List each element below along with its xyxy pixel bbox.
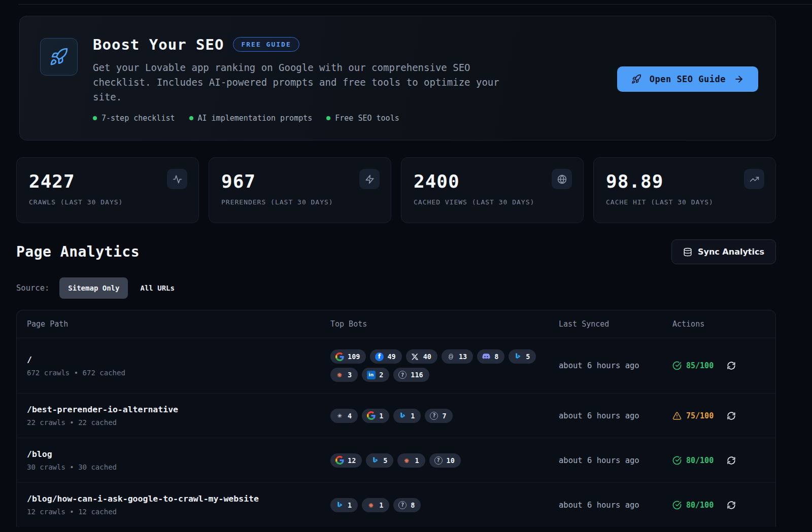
bot-badge: 12 [330, 453, 362, 468]
banner-features: 7-step checklist AI implementation promp… [93, 114, 505, 123]
page-path: /blog/how-can-i-ask-google-to-crawl-my-w… [27, 494, 330, 504]
stat-card-prerenders: 967 PRERENDERS (LAST 30 DAYS) [209, 157, 391, 223]
green-dot-icon [189, 116, 193, 120]
feature-label: Free SEO tools [335, 114, 399, 123]
bing-icon [398, 411, 407, 420]
sync-analytics-button[interactable]: Sync Analytics [671, 239, 776, 264]
seo-guide-banner: Boost Your SEO FREE GUIDE Get your Lovab… [19, 16, 776, 140]
bot-crawl-count: 10 [447, 456, 455, 465]
bing-icon [335, 501, 344, 510]
bot-crawl-count: 1 [379, 501, 383, 509]
spider-bot-icon: ✳ [335, 411, 344, 420]
top-bots: 1✺1?8 [330, 498, 559, 512]
stats-row: 2427 CRAWLS (LAST 30 DAYS) 967 PRERENDER… [16, 157, 776, 223]
stat-value: 2427 [29, 171, 186, 192]
table-body: / 672 crawls • 672 cached 109f49401385✺3… [17, 338, 775, 527]
green-dot-icon [326, 116, 330, 120]
stat-label: CACHE HIT (LAST 30 DAYS) [606, 198, 763, 206]
column-header-actions: Actions [672, 320, 765, 329]
stat-label: CACHED VIEWS (LAST 30 DAYS) [414, 198, 571, 206]
page-path: /blog [27, 449, 330, 459]
bot-badge: 13 [442, 349, 473, 364]
last-synced: about 6 hours ago [559, 501, 672, 510]
stat-label: PRERENDERS (LAST 30 DAYS) [221, 198, 379, 206]
table-row[interactable]: /best-prerender-io-alternative 22 crawls… [17, 393, 775, 438]
score-status-icon [672, 456, 682, 465]
bot-crawl-count: 5 [383, 456, 387, 465]
bot-badge: ?10 [429, 453, 461, 468]
seo-score: 75/100 [672, 411, 714, 420]
score-value: 80/100 [686, 456, 714, 465]
globe-icon [552, 169, 572, 189]
page-crawl-stats: 672 crawls • 672 cached [27, 369, 330, 377]
bot-crawl-count: 1 [411, 412, 415, 420]
score-status-icon [672, 411, 682, 420]
bot-crawl-count: 2 [379, 371, 383, 379]
unknown-bot-icon: ? [434, 456, 443, 465]
table-header: Page Path Top Bots Last Synced Actions [17, 310, 775, 338]
bot-badge: ?116 [393, 368, 429, 382]
top-divider [18, 4, 812, 5]
source-option-all-urls[interactable]: All URLs [138, 277, 176, 299]
page-crawl-stats: 22 crawls • 22 cached [27, 418, 330, 427]
score-status-icon [672, 361, 682, 370]
database-icon [683, 247, 692, 257]
bot-crawl-count: 8 [411, 501, 415, 509]
bot-crawl-count: 12 [348, 456, 356, 465]
bot-badge: ✺1 [397, 453, 425, 468]
table-row[interactable]: /blog/how-can-i-ask-google-to-crawl-my-w… [17, 482, 775, 527]
open-seo-guide-button[interactable]: Open SEO Guide [617, 66, 758, 92]
bing-icon [513, 352, 522, 361]
google-icon [335, 456, 344, 465]
facebook-icon: f [375, 352, 384, 361]
table-row[interactable]: /blog 30 crawls • 30 cached 125✺1?10 abo… [17, 438, 775, 482]
table-row[interactable]: / 672 crawls • 672 cached 109f49401385✺3… [17, 338, 775, 393]
refresh-button[interactable] [727, 501, 736, 510]
discord-icon [482, 352, 491, 361]
page-crawl-stats: 12 crawls • 12 cached [27, 508, 330, 516]
page-path: / [27, 355, 330, 365]
bot-crawl-count: 1 [348, 501, 352, 509]
bot-badge: 1 [330, 498, 358, 512]
top-bots: 109f49401385✺3in2?116 [330, 349, 559, 382]
score-value: 85/100 [686, 361, 714, 370]
score-status-icon [672, 501, 682, 510]
page-analytics-table: Page Path Top Bots Last Synced Actions /… [16, 310, 776, 527]
seo-score: 80/100 [672, 456, 714, 465]
bot-crawl-count: 4 [348, 412, 352, 420]
bot-badge: ?7 [425, 409, 452, 423]
bot-badge: ✺1 [362, 498, 389, 512]
bot-badge: 8 [477, 349, 504, 364]
page-crawl-stats: 30 crawls • 30 cached [27, 463, 330, 471]
google-icon [335, 352, 344, 361]
bot-crawl-count: 1 [415, 456, 419, 465]
stat-card-crawls: 2427 CRAWLS (LAST 30 DAYS) [16, 157, 199, 223]
bot-crawl-count: 3 [348, 371, 352, 379]
refresh-button[interactable] [727, 456, 736, 465]
score-value: 80/100 [686, 501, 714, 510]
bot-badge: in2 [362, 368, 389, 382]
last-synced: about 6 hours ago [559, 456, 672, 465]
last-synced: about 6 hours ago [559, 361, 672, 370]
x-icon [411, 352, 420, 361]
refresh-button[interactable] [727, 411, 736, 420]
refresh-button[interactable] [727, 361, 736, 370]
bot-crawl-count: 7 [442, 412, 446, 420]
rocket-icon [40, 38, 78, 76]
page-path: /best-prerender-io-alternative [27, 405, 330, 414]
source-selector: Source: Sitemap Only All URLs [16, 277, 776, 299]
column-header-last-synced: Last Synced [559, 320, 672, 329]
rocket-icon [631, 74, 641, 84]
bot-badge: 1 [362, 409, 389, 423]
unknown-bot-icon: ? [398, 501, 407, 510]
bot-badge: f49 [370, 349, 401, 364]
stat-card-cache-hit: 98.89 CACHE HIT (LAST 30 DAYS) [593, 157, 776, 223]
top-bots: 125✺1?10 [330, 453, 559, 468]
source-option-sitemap-only[interactable]: Sitemap Only [59, 277, 128, 299]
zap-icon [359, 169, 380, 189]
bot-crawl-count: 1 [379, 412, 383, 420]
stat-value: 967 [221, 171, 379, 192]
feature-label: AI implementation prompts [198, 114, 313, 123]
bot-crawl-count: 109 [348, 352, 360, 361]
stat-card-cached-views: 2400 CACHED VIEWS (LAST 30 DAYS) [401, 157, 584, 223]
